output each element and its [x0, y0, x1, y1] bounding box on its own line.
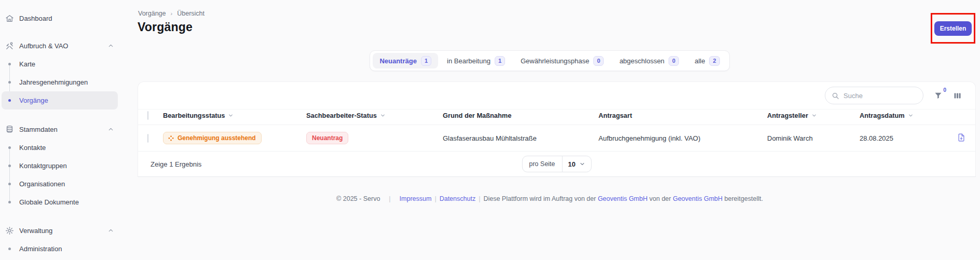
home-icon [4, 13, 15, 23]
bullet-icon [4, 95, 15, 106]
search-input[interactable] [843, 92, 917, 100]
sidebar-section-stammdaten[interactable]: Stammdaten [0, 120, 119, 139]
sidebar-item-label: Globale Dokumente [19, 198, 79, 206]
select-all-checkbox[interactable] [147, 111, 148, 120]
bullet-icon [4, 143, 15, 153]
sidebar-item-vorgaenge[interactable]: Vorgänge [2, 91, 118, 110]
sidebar-item-organisationen[interactable]: Organisationen [0, 175, 119, 193]
row-checkbox[interactable] [147, 134, 148, 143]
sidebar-item-karte[interactable]: Karte [0, 55, 119, 73]
sidebar-item-jahresgenehmigungen[interactable]: Jahresgenehmigungen [0, 73, 119, 91]
status-badge-label: Genehmigung ausstehend [178, 134, 256, 142]
sidebar-section-aufbruch-vao[interactable]: Aufbruch & VAO [0, 36, 119, 55]
file-download-icon [957, 133, 966, 142]
tab-count-badge: 1 [495, 56, 505, 66]
per-page-label: pro Seite [522, 156, 562, 172]
sidebar-item-globale-dokumente[interactable]: Globale Dokumente [0, 193, 119, 211]
columns-button[interactable] [953, 91, 962, 100]
page-title: Vorgänge [138, 20, 193, 34]
column-header-antragsart: Antragsart [598, 112, 767, 119]
footer-divider: | [479, 195, 480, 202]
sidebar-item-label: Kontakte [19, 144, 46, 152]
geoventis-link[interactable]: Geoventis GmbH [673, 195, 723, 202]
create-button[interactable]: Erstellen [934, 21, 972, 36]
document-download-button[interactable] [957, 133, 966, 142]
filter-count-badge: 0 [943, 87, 946, 93]
sidebar-section-label: Stammdaten [19, 126, 58, 133]
filter-button[interactable]: 0 [934, 91, 943, 100]
table-header-row: Bearbeitungsstatus Sachbearbeiter-Status… [138, 109, 975, 125]
tab-alle[interactable]: alle 2 [688, 53, 726, 69]
bullet-icon [4, 77, 15, 88]
table-row[interactable]: Genehmigung ausstehend Neuantrag Glasfas… [138, 125, 975, 152]
chevron-down-icon [579, 161, 586, 167]
gear-icon [4, 225, 15, 236]
breadcrumb-separator: › [171, 10, 173, 17]
impressum-link[interactable]: Impressum [400, 195, 432, 202]
sidebar-group-stammdaten: Kontakte Kontaktgruppen Organisationen G… [0, 139, 119, 211]
per-page-select[interactable]: pro Seite 10 [522, 156, 592, 172]
annotation-highlight-box: Erstellen [931, 13, 975, 44]
bullet-icon [4, 59, 15, 70]
status-badge-neuantrag: Neuantrag [306, 132, 348, 144]
table-card: 0 Bearbeitungsstatus Sachbearbeiter-Stat… [138, 81, 976, 177]
bullet-icon [4, 161, 15, 171]
bullet-icon [4, 244, 15, 254]
sidebar-section-label: Aufbruch & VAO [19, 42, 68, 50]
column-label: Antragsteller [767, 112, 808, 119]
tab-count-badge: 0 [669, 56, 679, 66]
search-icon [832, 92, 839, 100]
page-footer: © 2025 - Servo|Impressum|Datenschutz|Die… [119, 195, 980, 202]
sidebar-item-dashboard[interactable]: Dashboard [0, 9, 119, 28]
column-header-bearbeitungsstatus[interactable]: Bearbeitungsstatus [163, 112, 306, 119]
sidebar-item-label: Karte [19, 60, 35, 68]
status-badge-label: Neuantrag [312, 134, 343, 142]
tab-count-badge: 1 [421, 56, 431, 66]
main-content: Vorgänge › Übersicht Vorgänge Erstellen … [119, 0, 980, 260]
tab-abgeschlossen[interactable]: abgeschlossen 0 [612, 53, 686, 69]
tab-neuantraege[interactable]: Neuanträge 1 [373, 53, 438, 69]
sidebar-item-administration[interactable]: Administration [0, 240, 119, 258]
tab-count-badge: 0 [593, 56, 604, 66]
column-label: Sachbearbeiter-Status [306, 112, 377, 119]
sidebar-section-verwaltung[interactable]: Verwaltung [0, 221, 119, 240]
breadcrumb: Vorgänge › Übersicht [138, 10, 205, 17]
column-label: Antragsdatum [860, 112, 905, 119]
table-toolbar: 0 [138, 82, 975, 109]
sidebar-section-label: Verwaltung [19, 227, 52, 235]
datenschutz-link[interactable]: Datenschutz [440, 195, 475, 202]
column-header-sachbearbeiter-status[interactable]: Sachbearbeiter-Status [306, 112, 443, 119]
tab-gewaehrleistungsphase[interactable]: Gewährleistungsphase 0 [514, 53, 610, 69]
platform-text: Diese Plattform wird im Auftrag von der [483, 195, 596, 202]
sidebar-item-kontaktgruppen[interactable]: Kontaktgruppen [0, 157, 119, 175]
platform-text: von der [649, 195, 671, 202]
sort-chevron-icon [380, 113, 386, 118]
column-label: Bearbeitungsstatus [163, 112, 225, 119]
tab-label: alle [695, 57, 705, 65]
search-box [825, 87, 923, 104]
sidebar-item-kontakte[interactable]: Kontakte [0, 139, 119, 157]
tab-label: Gewährleistungsphase [521, 57, 589, 65]
chevron-up-icon [107, 43, 114, 49]
sidebar-group-verwaltung: Administration [0, 240, 119, 258]
chevron-up-icon [107, 126, 114, 133]
sidebar-group-aufbruch: Karte Jahresgenehmigungen Vorgänge [0, 55, 119, 110]
tab-label: in Bearbeitung [447, 57, 491, 65]
chevron-up-icon [107, 227, 114, 234]
column-header-antragsdatum[interactable]: Antragsdatum [860, 112, 945, 119]
cell-antragsteller: Dominik Warch [767, 134, 860, 142]
copyright-text: © 2025 - Servo [336, 195, 380, 202]
geoventis-link[interactable]: Geoventis GmbH [598, 195, 648, 202]
sidebar-item-label: Organisationen [19, 180, 65, 188]
breadcrumb-uebersicht[interactable]: Übersicht [177, 10, 205, 17]
sort-chevron-icon [908, 113, 914, 118]
cell-grund: Glasfaserausbau Mühltalstraße [443, 134, 598, 142]
sidebar-item-label: Administration [19, 245, 62, 253]
per-page-value: 10 [568, 160, 575, 168]
breadcrumb-vorgaenge[interactable]: Vorgänge [138, 10, 166, 17]
tab-label: Neuanträge [379, 57, 417, 65]
cell-antragsart: Aufbruchgenehmigung (inkl. VAO) [598, 134, 767, 142]
column-header-antragsteller[interactable]: Antragsteller [767, 112, 860, 119]
filter-icon [934, 91, 943, 100]
tab-in-bearbeitung[interactable]: in Bearbeitung 1 [440, 53, 512, 69]
